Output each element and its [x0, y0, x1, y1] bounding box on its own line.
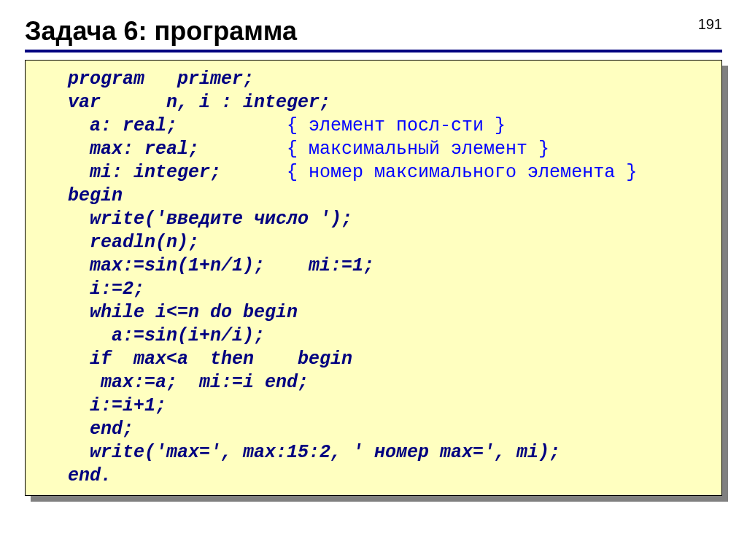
slide: 191 Задача 6: программа program primer; …: [0, 0, 747, 560]
code-line: mi: integer;: [68, 162, 221, 183]
code-line: write('введите число ');: [68, 209, 352, 230]
code-line: a: real;: [68, 115, 177, 136]
code-line: begin: [68, 185, 123, 206]
code-comment: { максимальный элемент }: [287, 139, 549, 160]
page-number: 191: [698, 16, 722, 33]
code-box: program primer; var n, i : integer; a: r…: [25, 60, 722, 496]
code-comment: { номер максимального элемента }: [287, 162, 637, 183]
code-line: i:=i+1;: [68, 395, 166, 416]
code-comment: { элемент посл-сти }: [287, 115, 506, 136]
code-line: max:=a; mi:=i end;: [68, 372, 309, 393]
code-line: var n, i : integer;: [68, 92, 330, 113]
code-line: readln(n);: [68, 232, 199, 253]
code-line: write('max=', max:15:2, ' номер max=', m…: [68, 442, 560, 463]
slide-title: Задача 6: программа: [25, 16, 722, 48]
code-container: program primer; var n, i : integer; a: r…: [25, 60, 722, 496]
code-line: program primer;: [68, 69, 254, 90]
code-line: while i<=n do begin: [68, 302, 298, 323]
code-line: i:=2;: [68, 279, 144, 300]
title-underline: [25, 50, 722, 52]
code-line: if max<a then begin: [68, 349, 352, 370]
code-line: end;: [68, 419, 133, 440]
code-line: end.: [68, 465, 112, 486]
code-line: max: real;: [68, 139, 199, 160]
code-line: a:=sin(i+n/i);: [68, 325, 265, 346]
code-line: max:=sin(1+n/1); mi:=1;: [68, 255, 374, 276]
